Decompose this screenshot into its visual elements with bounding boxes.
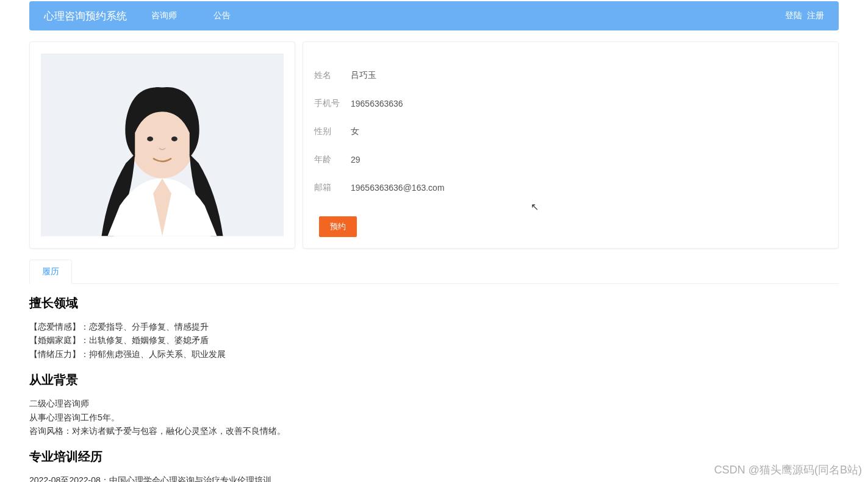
info-row-phone: 手机号 19656363636 bbox=[314, 98, 827, 109]
tabs: 履历 bbox=[29, 260, 839, 284]
profile-row: 姓名 吕巧玉 手机号 19656363636 性别 女 年龄 29 邮箱 196… bbox=[29, 41, 839, 249]
nav-link-announce[interactable]: 公告 bbox=[213, 10, 231, 21]
label-email: 邮箱 bbox=[314, 182, 345, 193]
value-name: 吕巧玉 bbox=[351, 70, 376, 81]
info-row-age: 年龄 29 bbox=[314, 154, 827, 165]
login-link[interactable]: 登陆 bbox=[785, 10, 802, 21]
info-row-name: 姓名 吕巧玉 bbox=[314, 70, 827, 81]
background-line-1: 二级心理咨询师 bbox=[29, 397, 839, 410]
label-name: 姓名 bbox=[314, 70, 345, 81]
background-line-2: 从事心理咨询工作5年。 bbox=[29, 411, 839, 424]
expertise-line-2: 【婚姻家庭】：出轨修复、婚姻修复、婆媳矛盾 bbox=[29, 333, 839, 347]
info-row-email: 邮箱 19656363636@163.com bbox=[314, 182, 827, 193]
value-email: 19656363636@163.com bbox=[351, 183, 445, 193]
navbar: 心理咨询预约系统 咨询师 公告 登陆 注册 bbox=[29, 1, 839, 30]
section-title-background: 从业背景 bbox=[29, 372, 839, 388]
nav-link-counselor[interactable]: 咨询师 bbox=[151, 10, 177, 21]
value-age: 29 bbox=[351, 155, 360, 165]
section-title-expertise: 擅长领域 bbox=[29, 295, 839, 311]
label-gender: 性别 bbox=[314, 126, 345, 137]
photo-card bbox=[29, 41, 295, 249]
section-title-training: 专业培训经历 bbox=[29, 448, 839, 465]
training-line-1: 2022-08至2022-08：中国心理学会心理咨询与治疗专业伦理培训 bbox=[29, 473, 839, 482]
register-link[interactable]: 注册 bbox=[807, 10, 824, 21]
app-title[interactable]: 心理咨询预约系统 bbox=[44, 9, 127, 23]
resume-content: 擅长领域 【恋爱情感】：恋爱指导、分手修复、情感提升 【婚姻家庭】：出轨修复、婚… bbox=[29, 295, 839, 482]
info-card: 姓名 吕巧玉 手机号 19656363636 性别 女 年龄 29 邮箱 196… bbox=[303, 41, 839, 249]
value-gender: 女 bbox=[351, 126, 359, 137]
book-button[interactable]: 预约 bbox=[319, 216, 357, 237]
info-row-gender: 性别 女 bbox=[314, 126, 827, 137]
navbar-left: 心理咨询预约系统 咨询师 公告 bbox=[44, 9, 267, 23]
expertise-line-3: 【情绪压力】：抑郁焦虑强迫、人际关系、职业发展 bbox=[29, 347, 839, 361]
label-age: 年龄 bbox=[314, 154, 345, 165]
label-phone: 手机号 bbox=[314, 98, 345, 109]
value-phone: 19656363636 bbox=[351, 99, 403, 108]
navbar-right: 登陆 注册 bbox=[785, 10, 824, 21]
background-line-3: 咨询风格：对来访者赋予爱与包容，融化心灵坚冰，改善不良情绪。 bbox=[29, 424, 839, 438]
expertise-line-1: 【恋爱情感】：恋爱指导、分手修复、情感提升 bbox=[29, 320, 839, 333]
counselor-photo bbox=[41, 54, 284, 236]
svg-point-3 bbox=[171, 136, 178, 141]
svg-point-2 bbox=[147, 136, 153, 141]
tab-resume[interactable]: 履历 bbox=[29, 260, 72, 284]
